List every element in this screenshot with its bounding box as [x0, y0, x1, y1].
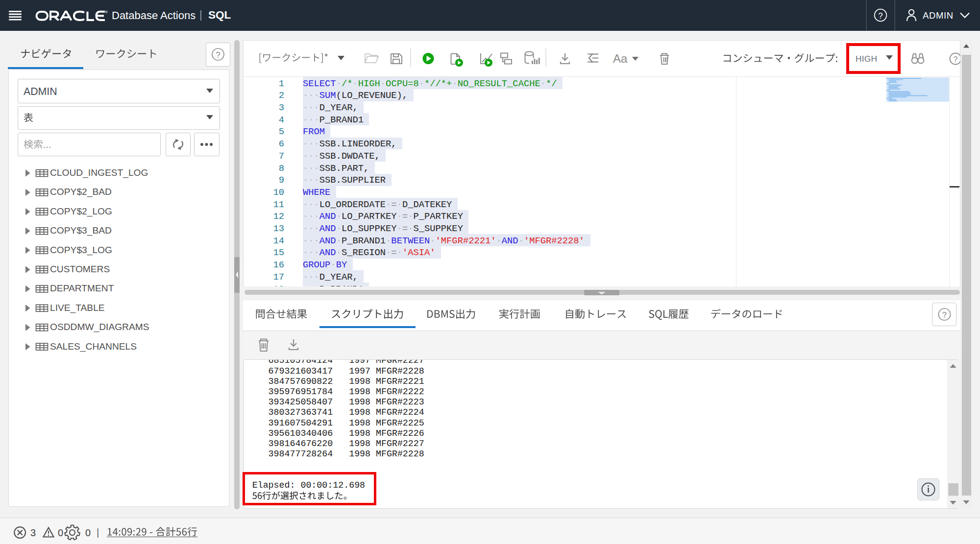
- svg-text:?: ?: [878, 11, 882, 21]
- svg-text:?: ?: [942, 310, 946, 320]
- svg-text:Aa: Aa: [613, 52, 628, 65]
- svg-text:?: ?: [954, 55, 958, 64]
- svg-text:?: ?: [216, 50, 220, 60]
